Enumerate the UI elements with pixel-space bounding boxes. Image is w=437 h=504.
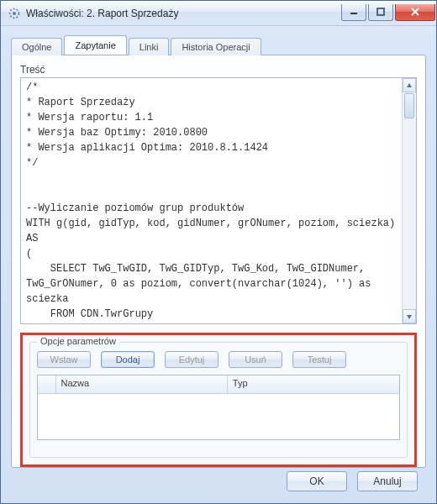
titlebar[interactable]: Właściwości: 2. Raport Sprzedaży bbox=[1, 1, 436, 26]
parameter-options-group: Opcje parametrów Wstaw Dodaj Edytuj Usuń… bbox=[29, 342, 408, 458]
test-button[interactable]: Testuj bbox=[292, 351, 346, 368]
col-type[interactable]: Typ bbox=[228, 375, 399, 393]
tab-history[interactable]: Historia Operacji bbox=[171, 38, 261, 55]
close-button[interactable] bbox=[395, 4, 435, 21]
parameter-toolbar: Wstaw Dodaj Edytuj Usuń Testuj bbox=[37, 351, 400, 368]
query-textarea[interactable]: /* * Raport Sprzedaży * Wersja raportu: … bbox=[21, 78, 401, 323]
app-icon bbox=[8, 7, 21, 20]
svg-rect-3 bbox=[377, 8, 384, 15]
dialog-buttons: OK Anuluj bbox=[287, 471, 418, 491]
grid-header: Nazwa Typ bbox=[38, 375, 399, 394]
tab-links[interactable]: Linki bbox=[129, 38, 170, 55]
parameters-grid[interactable]: Nazwa Typ bbox=[37, 375, 400, 440]
cancel-button[interactable]: Anuluj bbox=[357, 471, 418, 491]
svg-marker-6 bbox=[407, 83, 412, 87]
insert-button[interactable]: Wstaw bbox=[37, 351, 91, 368]
col-name[interactable]: Nazwa bbox=[56, 375, 228, 393]
window-title: Właściwości: 2. Raport Sprzedaży bbox=[26, 8, 178, 19]
svg-marker-7 bbox=[407, 315, 412, 319]
properties-window: Właściwości: 2. Raport Sprzedaży Ogólne … bbox=[0, 0, 437, 504]
add-button[interactable]: Dodaj bbox=[101, 351, 155, 368]
scroll-down-button[interactable] bbox=[403, 309, 416, 323]
ok-button[interactable]: OK bbox=[287, 471, 347, 491]
tab-query[interactable]: Zapytanie bbox=[64, 35, 126, 55]
scroll-up-button[interactable] bbox=[403, 78, 416, 92]
edit-button[interactable]: Edytuj bbox=[165, 351, 218, 368]
window-controls bbox=[340, 5, 436, 22]
minimize-button[interactable] bbox=[341, 4, 366, 21]
parameter-options-highlight: Opcje parametrów Wstaw Dodaj Edytuj Usuń… bbox=[20, 333, 417, 467]
parameter-options-legend: Opcje parametrów bbox=[37, 336, 119, 346]
query-label: Treść bbox=[20, 64, 417, 76]
delete-button[interactable]: Usuń bbox=[229, 351, 282, 368]
grid-row-header bbox=[38, 375, 56, 393]
scrollbar[interactable] bbox=[402, 78, 416, 323]
tab-panel-query: Treść /* * Raport Sprzedaży * Wersja rap… bbox=[11, 55, 426, 468]
tab-general[interactable]: Ogólne bbox=[11, 38, 62, 55]
tabstrip: Ogólne Zapytanie Linki Historia Operacji bbox=[11, 34, 426, 55]
query-textarea-wrap: /* * Raport Sprzedaży * Wersja raportu: … bbox=[20, 77, 417, 324]
maximize-button[interactable] bbox=[368, 4, 393, 21]
scroll-thumb[interactable] bbox=[404, 93, 414, 118]
content-area: Ogólne Zapytanie Linki Historia Operacji… bbox=[1, 26, 436, 503]
svg-point-1 bbox=[13, 12, 16, 15]
